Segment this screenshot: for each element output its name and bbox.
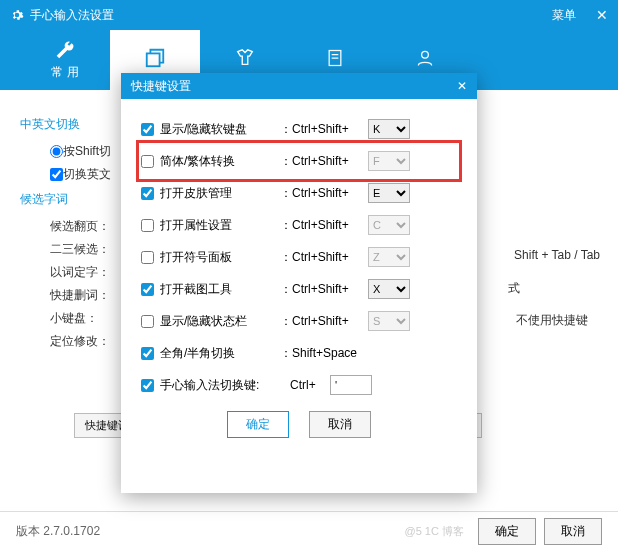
menu-label[interactable]: 菜单 (552, 7, 576, 24)
hint-tab: Shift + Tab / Tab (514, 248, 600, 262)
modal-body: 显示/隐藏软键盘 ： Ctrl+Shift+ K 简体/繁体转换 ： Ctrl+… (121, 99, 477, 452)
check-screenshot[interactable] (141, 283, 154, 296)
check-symbols[interactable] (141, 251, 154, 264)
svg-rect-0 (147, 53, 160, 66)
modal-title-text: 快捷键设置 (131, 78, 191, 95)
hotkey-row-switchime: 手心输入法切换键: Ctrl+ (141, 369, 457, 401)
check-fullhalf[interactable] (141, 347, 154, 360)
footer: 版本 2.7.0.1702 @5 1C 博客 确定 取消 (0, 511, 618, 551)
hotkey-row-statusbar: 显示/隐藏状态栏 ： Ctrl+Shift+ S (141, 305, 457, 337)
check-skin[interactable] (141, 187, 154, 200)
hint-nohotkey: 不使用快捷键 (516, 312, 588, 329)
check-switchime[interactable] (141, 379, 154, 392)
modal-titlebar: 快捷键设置 ✕ (121, 73, 477, 99)
hotkey-row-symbols: 打开符号面板 ： Ctrl+Shift+ Z (141, 241, 457, 273)
titlebar: 手心输入法设置 菜单 ✕ (0, 0, 618, 30)
select-screenshot-key[interactable]: X (368, 279, 410, 299)
hotkey-row-fullhalf: 全角/半角切换 ： Shift+Space (141, 337, 457, 369)
hotkey-row-props: 打开属性设置 ： Ctrl+Shift+ C (141, 209, 457, 241)
hotkey-row-simp-trad: 简体/繁体转换 ： Ctrl+Shift+ F (141, 145, 457, 177)
select-statusbar-key[interactable]: S (368, 311, 410, 331)
person-icon (415, 47, 435, 69)
footer-ok[interactable]: 确定 (478, 518, 536, 545)
hint-mode: 式 (508, 280, 520, 297)
document-icon (325, 47, 345, 69)
hotkey-row-skin: 打开皮肤管理 ： Ctrl+Shift+ E (141, 177, 457, 209)
select-skin-key[interactable]: E (368, 183, 410, 203)
svg-point-2 (422, 51, 429, 58)
check-switch-en[interactable] (50, 168, 63, 181)
modal-close-icon[interactable]: ✕ (457, 79, 467, 93)
input-switchime-key[interactable] (330, 375, 372, 395)
select-props-key[interactable]: C (368, 215, 410, 235)
version-label: 版本 2.7.0.1702 (16, 523, 100, 540)
select-simp-trad-key[interactable]: F (368, 151, 410, 171)
wrench-icon (55, 40, 75, 60)
window-title: 手心输入法设置 (30, 7, 114, 24)
radio-shift[interactable] (50, 145, 63, 158)
radio-shift-label: 按Shift切 (63, 143, 111, 160)
footer-cancel[interactable]: 取消 (544, 518, 602, 545)
keys-icon (144, 47, 166, 69)
check-softkeyboard[interactable] (141, 123, 154, 136)
select-symbols-key[interactable]: Z (368, 247, 410, 267)
gear-icon (10, 8, 24, 22)
check-props[interactable] (141, 219, 154, 232)
tshirt-icon (234, 47, 256, 69)
hotkey-row-screenshot: 打开截图工具 ： Ctrl+Shift+ X (141, 273, 457, 305)
check-simp-trad[interactable] (141, 155, 154, 168)
tab-common[interactable]: 常 用 (20, 30, 110, 90)
hotkey-modal: 快捷键设置 ✕ 显示/隐藏软键盘 ： Ctrl+Shift+ K 简体/繁体转换… (121, 73, 477, 493)
modal-footer: 确定 取消 (141, 411, 457, 438)
check-statusbar[interactable] (141, 315, 154, 328)
hotkey-row-softkeyboard: 显示/隐藏软键盘 ： Ctrl+Shift+ K (141, 113, 457, 145)
tab-label: 常 用 (51, 64, 78, 81)
watermark: @5 1C 博客 (405, 524, 464, 539)
modal-ok-button[interactable]: 确定 (227, 411, 289, 438)
close-icon[interactable]: ✕ (596, 7, 608, 23)
check-switch-en-label: 切换英文 (63, 166, 111, 183)
select-softkeyboard-key[interactable]: K (368, 119, 410, 139)
modal-cancel-button[interactable]: 取消 (309, 411, 371, 438)
